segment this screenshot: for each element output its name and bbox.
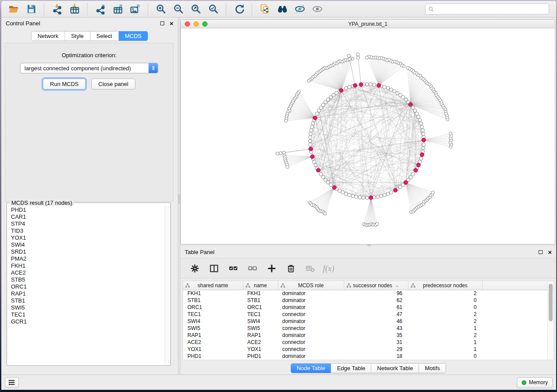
network-canvas[interactable] (181, 28, 555, 244)
mcds-result-item[interactable]: PMA2 (8, 255, 164, 262)
mcds-result-item[interactable]: CAR1 (8, 213, 164, 220)
minimize-window-icon[interactable] (194, 21, 199, 27)
mcds-result-item[interactable]: ORC1 (8, 283, 164, 290)
column-header-shared-name[interactable]: shared name (183, 281, 243, 290)
table-row[interactable]: YOX1YOX1connector291 (183, 346, 554, 353)
table-close-panel-icon[interactable]: × (548, 250, 552, 254)
table-row[interactable]: RAP1RAP1dominator352 (183, 332, 554, 339)
tab-mcds[interactable]: MCDS (119, 31, 148, 41)
export-image-button[interactable] (126, 2, 144, 16)
zoom-in-button[interactable] (152, 2, 170, 16)
tab-network-table[interactable]: Network Table (371, 364, 419, 373)
table-settings-button[interactable] (187, 261, 202, 276)
show-panels-button[interactable] (5, 377, 19, 388)
mcds-result-item[interactable]: TEC1 (8, 311, 164, 318)
mcds-result-item[interactable]: STP4 (8, 220, 164, 227)
table-cell: FKH1 (243, 290, 278, 297)
float-panel-icon[interactable] (160, 21, 164, 25)
select-all-columns-button[interactable] (226, 261, 241, 276)
close-window-icon[interactable] (185, 21, 190, 27)
table-row[interactable]: PHD1PHD1dominator180 (183, 353, 554, 360)
open-button[interactable] (5, 2, 22, 16)
mcds-result-item[interactable]: ACE2 (8, 269, 164, 276)
mcds-result-item[interactable]: SRD1 (8, 248, 164, 255)
mcds-result-item[interactable]: STB5 (8, 276, 164, 283)
apply-layout-button[interactable] (230, 2, 248, 16)
table-scrollbar-thumb[interactable] (549, 284, 553, 321)
tab-network[interactable]: Network (31, 31, 65, 41)
show-columns-button[interactable] (207, 261, 221, 276)
optimization-criterion-label: Optimization criterion: (5, 52, 173, 58)
zoom-out-button[interactable] (170, 2, 187, 16)
show-all-button[interactable] (308, 2, 326, 16)
tab-edge-table[interactable]: Edge Table (331, 364, 371, 373)
table-cell: 43 (344, 325, 408, 332)
new-network-from-selection-button[interactable] (256, 2, 273, 16)
zoom-fit-icon (190, 3, 201, 14)
export-network-button[interactable] (91, 2, 109, 16)
graph-node (365, 196, 369, 199)
graph-node (329, 183, 332, 186)
memory-button[interactable]: Memory (517, 377, 553, 388)
mcds-result-item[interactable]: FKH1 (8, 262, 164, 269)
tab-style[interactable]: Style (65, 31, 90, 41)
zoom-in-icon (156, 3, 166, 14)
table-cell: 35 (344, 332, 408, 339)
table-row[interactable]: TEC1TEC1connector472 (183, 311, 554, 318)
add-column-button[interactable] (264, 261, 279, 276)
column-header-successor-nodes[interactable]: successor nodes⌄ (344, 281, 408, 290)
search-input[interactable] (436, 5, 549, 14)
maximize-window-icon[interactable] (202, 21, 208, 27)
export-table-button[interactable] (109, 2, 126, 16)
table-cell: TEC1 (243, 311, 278, 318)
close-panel-button[interactable]: Close panel (91, 79, 135, 89)
mcds-result-scrollbar[interactable] (165, 206, 170, 365)
tab-motifs[interactable]: Motifs (419, 364, 446, 373)
run-mcds-button[interactable]: Run MCDS (43, 79, 86, 89)
graph-hub-node (404, 181, 408, 185)
table-row[interactable]: ACE2ACE2connector311 (183, 339, 554, 346)
mcds-result-item[interactable]: YOX1 (8, 234, 164, 241)
delete-column-button[interactable] (284, 261, 298, 276)
graph-hub-node (414, 168, 418, 172)
table-row[interactable]: FKH1FKH1dominator962 (183, 290, 554, 297)
mcds-result-item[interactable]: TID3 (8, 227, 164, 234)
mcds-result-item[interactable]: RAP1 (8, 290, 164, 297)
sort-menu-icon[interactable]: ⌄ (395, 283, 399, 288)
import-network-button[interactable] (48, 2, 66, 16)
function-builder-button[interactable]: f(x) (323, 264, 334, 273)
vertical-splitter-grip[interactable] (178, 194, 180, 204)
import-table-button[interactable] (66, 2, 83, 16)
table-row[interactable]: SWI5SWI5connector431 (183, 325, 554, 332)
column-header-name[interactable]: name (243, 281, 278, 290)
mcds-tab-content: Optimization criterion: largest connecte… (5, 43, 173, 202)
zoom-fit-button[interactable] (187, 2, 204, 16)
first-neighbors-button[interactable] (273, 2, 291, 16)
table-row[interactable]: ORC1ORC1dominator610 (183, 304, 554, 311)
mcds-result-item[interactable]: SWI5 (8, 304, 164, 311)
zoom-selected-button[interactable] (204, 2, 222, 16)
graph-node (348, 193, 351, 197)
unselect-all-columns-button[interactable] (245, 261, 260, 276)
delete-table-button[interactable] (303, 261, 318, 276)
graph-node (362, 196, 365, 199)
column-header-predecessor-nodes[interactable]: predecessor nodes (408, 281, 482, 290)
tab-node-table[interactable]: Node Table (291, 364, 332, 373)
column-header-MCDS-role[interactable]: MCDS role (278, 281, 344, 290)
table-cell: ACE2 (243, 339, 278, 346)
hide-selected-button[interactable] (291, 2, 308, 16)
mcds-result-item[interactable]: SWI4 (8, 241, 164, 248)
table-scrollbar[interactable] (547, 282, 553, 360)
mcds-result-item[interactable]: PHD1 (8, 206, 164, 213)
mcds-result-item[interactable]: GCR1 (8, 318, 164, 325)
table-float-panel-icon[interactable] (539, 250, 543, 254)
optimization-criterion-select[interactable]: largest connected component (undirected) (20, 63, 158, 73)
mcds-result-item[interactable]: STB1 (8, 297, 164, 304)
tab-select[interactable]: Select (90, 31, 119, 41)
main-toolbar (1, 1, 556, 17)
toolbar-buttons (5, 2, 326, 16)
table-row[interactable]: SWI4SWI4dominator462 (183, 318, 554, 325)
close-panel-icon[interactable]: × (170, 21, 173, 25)
save-button[interactable] (22, 2, 40, 16)
table-row[interactable]: STB1STB1dominator620 (183, 297, 554, 304)
